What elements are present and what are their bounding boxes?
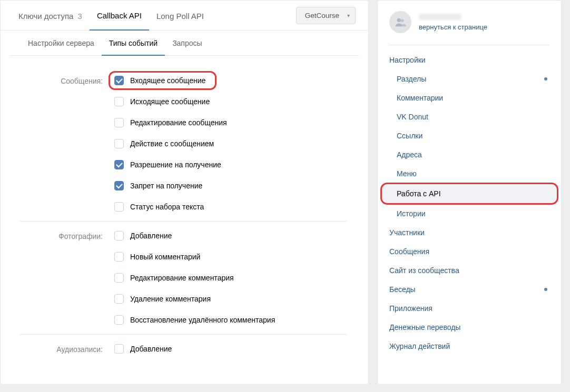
subtabs: Настройки сервера Типы событий Запросы [10, 31, 359, 56]
svg-point-0 [397, 18, 401, 22]
event-group: Фотографии:ДобавлениеНовый комментарийРе… [19, 222, 347, 335]
settings-menu: НастройкиРазделыКомментарииVK DonutСсылк… [378, 47, 561, 363]
group-items: ДобавлениеНовый комментарийРедактировани… [114, 231, 275, 325]
tab-label: Long Poll API [156, 12, 204, 21]
community-header: вернуться к странице [378, 1, 561, 42]
menu-item[interactable]: Сайт из сообщества [378, 261, 561, 280]
separator [389, 45, 549, 45]
checkbox-icon[interactable] [114, 273, 124, 283]
subtab-requests[interactable]: Запросы [165, 31, 209, 55]
event-label: Новый комментарий [130, 253, 200, 261]
tab-longpoll-api[interactable]: Long Poll API [149, 1, 211, 30]
checkbox-icon[interactable] [114, 252, 124, 262]
subtab-event-types[interactable]: Типы событий [102, 31, 165, 56]
menu-item[interactable]: Участники [378, 223, 561, 242]
menu-item[interactable]: Работа с API [382, 184, 557, 203]
event-group: Сообщения:Входящее сообщениеИсходящее со… [19, 66, 347, 222]
tab-callback-api[interactable]: Callback API [90, 1, 149, 31]
menu-item-label: Работа с API [397, 189, 441, 198]
menu-item[interactable]: Журнал действий [378, 337, 561, 356]
checkbox-icon[interactable] [114, 344, 124, 354]
group-items: Входящее сообщениеИсходящее сообщениеРед… [114, 76, 227, 212]
group-items: Добавление [114, 344, 172, 354]
event-checkbox-row[interactable]: Запрет на получение [114, 181, 227, 190]
tab-label: Callback API [97, 11, 142, 20]
menu-item[interactable]: Денежные переводы [378, 318, 561, 337]
event-label: Запрет на получение [130, 182, 202, 190]
event-checkbox-row[interactable]: Удаление комментария [114, 294, 275, 304]
checkbox-icon[interactable] [114, 294, 124, 304]
menu-item-label: VK Donut [397, 113, 428, 121]
event-checkbox-row[interactable]: Восстановление удалённого комментария [114, 315, 275, 325]
menu-item[interactable]: Приложения [378, 299, 561, 318]
menu-item[interactable]: Истории [378, 204, 561, 223]
checkbox-icon[interactable] [114, 231, 124, 240]
event-checkbox-row[interactable]: Входящее сообщение [114, 76, 227, 85]
menu-item[interactable]: Сообщения [378, 242, 561, 261]
checkbox-icon[interactable] [114, 76, 124, 85]
checkbox-icon[interactable] [114, 139, 124, 148]
menu-item-label: Приложения [389, 304, 433, 313]
menu-item-label: Сайт из сообщества [389, 266, 459, 275]
menu-item-label: Комментарии [397, 94, 443, 102]
svg-point-1 [401, 19, 404, 23]
top-tabs: Ключи доступа 3 Callback API Long Poll A… [1, 1, 368, 31]
menu-item[interactable]: Беседы [378, 280, 561, 299]
menu-item-label: Участники [389, 228, 425, 237]
checkbox-icon[interactable] [114, 97, 124, 106]
menu-item[interactable]: VK Donut [378, 107, 561, 126]
event-label: Редактирование комментария [130, 274, 234, 282]
event-checkbox-row[interactable]: Исходящее сообщение [114, 97, 227, 106]
event-checkbox-row[interactable]: Новый комментарий [114, 252, 275, 262]
menu-item-label: Истории [397, 209, 426, 218]
side-panel: вернуться к странице НастройкиРазделыКом… [377, 0, 562, 385]
event-checkbox-row[interactable]: Добавление [114, 344, 172, 354]
event-checkbox-row[interactable]: Разрешение на получение [114, 160, 227, 169]
menu-item[interactable]: Разделы [378, 69, 561, 88]
tab-access-keys[interactable]: Ключи доступа 3 [11, 1, 90, 30]
dropdown-value: GetCourse [305, 12, 339, 19]
server-dropdown[interactable]: GetCourse ▾ [296, 7, 356, 24]
group-label: Аудиозаписи: [19, 344, 114, 354]
group-label: Фотографии: [19, 231, 114, 325]
event-label: Статус набора текста [130, 203, 204, 211]
subtab-server-settings[interactable]: Настройки сервера [21, 31, 102, 55]
menu-item-label: Разделы [397, 75, 426, 83]
menu-item[interactable]: Ссылки [378, 126, 561, 145]
event-checkbox-row[interactable]: Редактирование комментария [114, 273, 275, 283]
menu-item-label: Ссылки [397, 132, 422, 140]
event-checkbox-row[interactable]: Действие с сообщением [114, 139, 227, 148]
community-avatar-icon [389, 11, 411, 33]
menu-item[interactable]: Настройки [378, 51, 561, 69]
notification-dot-icon [544, 77, 547, 81]
event-label: Действие с сообщением [130, 139, 214, 148]
event-groups: Сообщения:Входящее сообщениеИсходящее со… [1, 56, 368, 384]
event-checkbox-row[interactable]: Редактирование сообщения [114, 118, 227, 127]
checkbox-icon[interactable] [114, 118, 124, 127]
main-panel: Ключи доступа 3 Callback API Long Poll A… [0, 0, 369, 385]
event-label: Удаление комментария [130, 295, 211, 303]
event-checkbox-row[interactable]: Статус набора текста [114, 202, 227, 212]
event-label: Восстановление удалённого комментария [130, 316, 275, 324]
notification-dot-icon [544, 288, 547, 291]
tab-label: Ключи доступа [18, 12, 73, 21]
menu-item-label: Меню [397, 169, 417, 178]
checkbox-icon[interactable] [114, 315, 124, 325]
group-label: Сообщения: [19, 76, 114, 212]
chevron-down-icon: ▾ [347, 13, 350, 18]
event-label: Входящее сообщение [130, 76, 205, 85]
event-label: Исходящее сообщение [130, 97, 210, 106]
menu-item-label: Сообщения [389, 247, 429, 256]
checkbox-icon[interactable] [114, 202, 124, 212]
menu-item[interactable]: Адреса [378, 145, 561, 164]
checkbox-icon[interactable] [114, 181, 124, 190]
menu-item[interactable]: Меню [378, 164, 561, 183]
menu-item-label: Адреса [397, 150, 422, 159]
menu-item-label: Денежные переводы [389, 323, 460, 331]
menu-item-label: Беседы [389, 285, 416, 294]
back-to-page-link[interactable]: вернуться к странице [419, 23, 487, 31]
tab-count: 3 [78, 12, 82, 21]
checkbox-icon[interactable] [114, 160, 124, 169]
menu-item[interactable]: Комментарии [378, 88, 561, 107]
event-checkbox-row[interactable]: Добавление [114, 231, 275, 240]
